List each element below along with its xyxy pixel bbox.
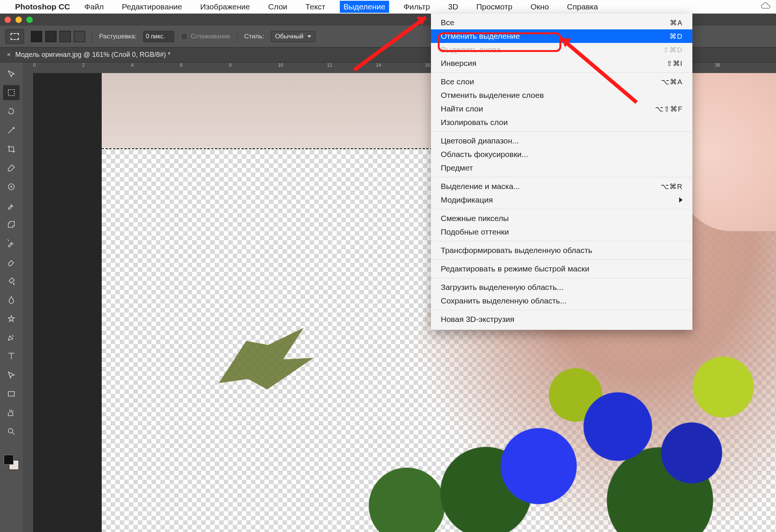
menu-separator (431, 310, 692, 310)
menubar-item[interactable]: Текст (302, 1, 329, 13)
zoom-icon (7, 427, 16, 436)
magic-wand-tool[interactable] (3, 123, 20, 138)
current-tool-preset[interactable] (5, 29, 24, 44)
type-tool[interactable] (3, 349, 20, 364)
menu-separator (431, 241, 692, 241)
mac-menubar: Photoshop CC ФайлРедактированиеИзображен… (0, 0, 776, 14)
antialias-checkbox[interactable]: Сглаживание (181, 33, 230, 40)
menu-item[interactable]: Инверсия⇧⌘I (431, 56, 692, 70)
menu-item-label: Предмет (441, 163, 473, 172)
menu-item[interactable]: Выделение и маска...⌥⌘R (431, 180, 692, 193)
close-window-button[interactable] (5, 17, 11, 23)
menu-item[interactable]: Предмет (431, 161, 692, 175)
menu-item[interactable]: Найти слои⌥⇧⌘F (431, 102, 692, 116)
pen-tool[interactable] (3, 330, 20, 345)
history-brush-tool[interactable] (3, 236, 20, 251)
path-select-tool[interactable] (3, 367, 20, 383)
menu-item-shortcut: ⌥⇧⌘F (655, 105, 683, 113)
healing-icon (7, 182, 16, 191)
feather-input[interactable] (143, 31, 174, 42)
rectangular-marquee-icon (11, 33, 19, 40)
close-tab-button[interactable]: × (7, 51, 11, 59)
brush-tool[interactable] (3, 198, 20, 213)
menu-item[interactable]: Модификация (431, 193, 692, 207)
menu-item[interactable]: Все слои⌥⌘A (431, 75, 692, 88)
menu-item-label: Найти слои (441, 104, 483, 113)
ruler-origin[interactable] (23, 62, 33, 73)
menu-item-label: Модификация (441, 195, 493, 204)
healing-tool[interactable] (3, 179, 20, 194)
menu-item[interactable]: Область фокусировки... (431, 148, 692, 161)
menu-item-label: Изолировать слои (441, 118, 508, 127)
menubar-item[interactable]: Фильтр (400, 1, 434, 13)
ruler-tick: 10 (278, 62, 283, 68)
clone-icon (7, 220, 16, 229)
lasso-tool[interactable] (3, 104, 20, 119)
divider (92, 30, 92, 43)
add-selection-button[interactable] (45, 31, 57, 42)
menu-item-label: Область фокусировки... (441, 150, 528, 159)
dodge-tool[interactable] (3, 311, 20, 326)
subtract-selection-button[interactable] (60, 31, 71, 42)
crop-tool[interactable] (3, 142, 20, 157)
menu-separator (431, 72, 692, 73)
path-select-icon (7, 370, 16, 380)
vertical-ruler[interactable] (23, 73, 33, 532)
clone-tool[interactable] (3, 217, 20, 232)
style-select[interactable]: Обычный (271, 31, 315, 42)
new-selection-button[interactable] (31, 31, 42, 42)
app-name: Photoshop CC (15, 2, 70, 11)
menu-item[interactable]: Цветовой диапазон... (431, 134, 692, 148)
menubar-item[interactable]: Справка (563, 1, 602, 13)
marquee-icon (7, 88, 16, 97)
menu-item-label: Сохранить выделенную область... (441, 296, 567, 305)
menubar-item[interactable]: Окно (527, 1, 553, 13)
minimize-window-button[interactable] (15, 17, 22, 23)
menu-item: Выделить снова⇧⌘D (431, 43, 692, 56)
menubar-item[interactable]: Файл (81, 1, 108, 13)
creative-cloud-icon[interactable] (760, 2, 771, 12)
checkbox-icon (181, 33, 188, 40)
history-brush-icon (7, 239, 16, 248)
zoom-window-button[interactable] (26, 17, 33, 23)
menu-item[interactable]: Подобные оттенки (431, 225, 692, 239)
menu-item-label: Загрузить выделенную область... (441, 283, 564, 292)
eyedropper-icon (7, 163, 16, 172)
menu-item[interactable]: Изолировать слои (431, 116, 692, 129)
ruler-tick: 12 (327, 62, 332, 68)
paint-bucket-tool[interactable] (3, 273, 20, 288)
menubar-item[interactable]: 3D (445, 1, 462, 13)
eyedropper-tool[interactable] (3, 160, 20, 175)
intersect-selection-button[interactable] (74, 31, 85, 42)
menu-item-label: Трансформировать выделенную область (441, 246, 592, 255)
menubar-item[interactable]: Слои (264, 1, 291, 13)
foreground-color-swatch[interactable] (4, 455, 14, 465)
move-tool[interactable] (3, 66, 20, 81)
menu-item[interactable]: Отменить выделение слоев (431, 88, 692, 102)
eraser-tool[interactable] (3, 255, 20, 270)
menubar-item[interactable]: Просмотр (472, 1, 516, 13)
blur-tool[interactable] (3, 292, 20, 307)
zoom-tool[interactable] (3, 424, 20, 439)
menu-item[interactable]: Смежные пикселы (431, 212, 692, 225)
menu-separator (431, 209, 692, 209)
dodge-icon (7, 314, 16, 323)
hand-tool[interactable] (3, 405, 20, 420)
divider (237, 30, 237, 43)
marquee-tool[interactable] (3, 85, 20, 100)
menu-item[interactable]: Загрузить выделенную область... (431, 280, 692, 294)
menu-item[interactable]: Сохранить выделенную область... (431, 294, 692, 308)
menu-item[interactable]: Редактировать в режиме быстрой маски (431, 262, 692, 276)
menu-item[interactable]: Все⌘A (431, 16, 692, 29)
rectangle-tool[interactable] (3, 386, 20, 401)
menubar-item[interactable]: Редактирование (118, 1, 186, 13)
menu-item[interactable]: Новая 3D-экструзия (431, 312, 692, 326)
document-tab-title[interactable]: Модель оригинал.jpg @ 161% (Слой 0, RGB/… (15, 51, 171, 59)
menu-item[interactable]: Трансформировать выделенную область (431, 244, 692, 257)
menubar-item[interactable]: Изображение (196, 1, 254, 13)
window-controls (5, 17, 33, 23)
menu-item[interactable]: Отменить выделение⌘D (431, 29, 692, 43)
menubar-item[interactable]: Выделение (340, 1, 389, 13)
menu-item-shortcut: ⇧⌘I (666, 59, 683, 68)
foreground-background-colors[interactable] (3, 454, 20, 471)
